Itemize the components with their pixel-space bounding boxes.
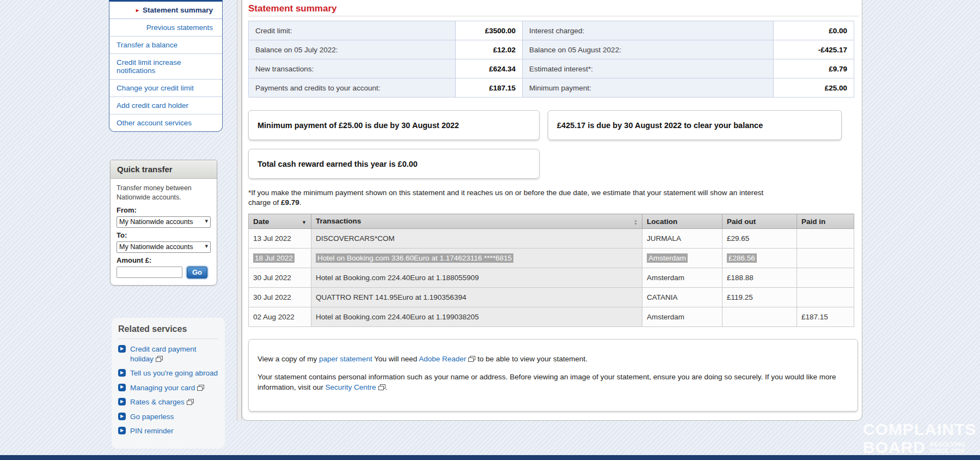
account-nav: ►Statement summary Previous statements T… (109, 0, 223, 132)
column-header-paid-in[interactable]: Paid in (797, 214, 854, 229)
paper-statement-paragraph: View a copy of my paper statement You wi… (258, 354, 849, 365)
table-row: 30 Jul 2022 Hotel at Booking.com 224.40E… (249, 268, 854, 288)
column-header-label: Paid out (727, 217, 756, 226)
amount-input[interactable] (117, 267, 182, 278)
link-going-abroad[interactable]: Tell us you're going abroad (130, 369, 218, 377)
cell-location: Amsterdam (642, 307, 722, 327)
complaintsboard-watermark: COMPLAINTS BOARD RESOLVINGSINCE 2004 (863, 421, 976, 456)
cell-date: 18 Jul 2022 (249, 249, 311, 268)
cell-transaction: Hotel at Booking.com 224.40Euro at 1.188… (311, 268, 642, 288)
sort-toggle-icon: ▲▼ (634, 219, 638, 226)
paper-statement-link[interactable]: paper statement (319, 355, 372, 363)
divider (248, 16, 859, 16)
link-pin-reminder[interactable]: PIN reminder (130, 427, 174, 435)
quick-transfer-description: Transfer money between Nationwide accoun… (117, 184, 211, 202)
nav-item-statement-summary[interactable]: ►Statement summary (109, 2, 222, 19)
column-header-date[interactable]: ▼Date (249, 214, 311, 229)
cell-paid-in (797, 249, 854, 268)
bullet-arrow-icon: ▶ (118, 384, 126, 391)
watermark-line2: BOARD (863, 439, 926, 456)
link-credit-card-payment-holiday[interactable]: Credit card payment holiday (130, 345, 197, 363)
quick-transfer-panel: Quick transfer Transfer money between Na… (110, 160, 217, 286)
footnote-text: *If you make the minimum payment shown o… (248, 189, 763, 207)
amount-label: Amount £: (117, 256, 211, 264)
summary-value: £187.15 (456, 78, 523, 98)
cell-paid-in (797, 268, 854, 288)
summary-label: Interest charged: (523, 21, 774, 40)
list-item: ▶ PIN reminder (118, 426, 218, 436)
column-header-paid-out[interactable]: Paid out (722, 214, 797, 229)
from-account-select[interactable]: My Nationwide accounts (117, 216, 211, 228)
list-item: ▶ Managing your card (118, 383, 218, 393)
related-services-panel: Related services ▶ Credit card payment h… (112, 318, 225, 449)
nav-item-add-card-holder[interactable]: Add credit card holder (109, 97, 222, 114)
info-text: View a copy of my (258, 355, 317, 363)
adobe-reader-link[interactable]: Adobe Reader (419, 355, 466, 363)
cell-transaction: Hotel on Booking.com 336.60Euro at 1.174… (311, 249, 642, 268)
external-link-icon (156, 356, 163, 362)
link-managing-your-card[interactable]: Managing your card (130, 384, 195, 392)
nav-item-label: Other account services (117, 119, 192, 127)
bullet-arrow-icon: ▶ (118, 398, 126, 405)
table-row: New transactions: £624.34 Estimated inte… (249, 59, 854, 78)
summary-label: Balance on 05 August 2022: (523, 40, 774, 59)
cell-paid-in (797, 288, 854, 307)
go-button[interactable]: Go (187, 267, 207, 279)
cell-location: CATANIA (642, 288, 722, 307)
summary-value: £25.00 (774, 78, 854, 98)
bullet-arrow-icon: ▶ (118, 427, 126, 434)
link-rates-and-charges[interactable]: Rates & charges (130, 398, 185, 406)
column-header-label: Transactions (316, 217, 361, 225)
summary-value: £3500.00 (456, 21, 523, 40)
cell-date: 30 Jul 2022 (249, 268, 311, 288)
summary-value: £9.79 (774, 59, 854, 78)
column-header-label: Location (647, 217, 677, 226)
bullet-arrow-icon: ▶ (118, 369, 126, 377)
summary-label: Minimum payment: (523, 78, 774, 98)
minimum-payment-notice: Minimum payment of £25.00 is due by 30 A… (248, 110, 540, 140)
watermark-tagline: SINCE 2004 (930, 447, 964, 454)
sort-descending-icon: ▼ (302, 220, 307, 225)
summary-value: £624.34 (456, 59, 523, 78)
page-bottom-bar (0, 455, 980, 460)
nav-item-label: Add credit card holder (117, 101, 188, 110)
security-centre-link[interactable]: Security Centre (326, 383, 376, 391)
to-account-select[interactable]: My Nationwide accounts (117, 241, 211, 253)
cell-date: 13 Jul 2022 (249, 229, 311, 249)
cell-location: Amsterdam (642, 249, 722, 268)
table-row: Balance on 05 July 2022: £12.02 Balance … (249, 40, 854, 59)
nav-item-transfer-a-balance[interactable]: Transfer a balance (109, 37, 222, 54)
list-item: ▶ Rates & charges (118, 397, 218, 407)
info-text: to be able to view your statement. (477, 355, 587, 363)
table-row: Credit limit: £3500.00 Interest charged:… (249, 21, 854, 40)
cell-paid-out (722, 307, 797, 327)
nav-item-change-credit-limit[interactable]: Change your credit limit (109, 80, 222, 97)
bullet-arrow-icon: ▶ (118, 345, 126, 353)
external-link-icon (187, 399, 194, 405)
from-label: From: (117, 206, 211, 214)
summary-label: Estimated interest*: (523, 59, 774, 78)
column-header-location[interactable]: Location (642, 214, 722, 229)
cash-reward-notice: Total cash reward earned this year is £0… (248, 149, 540, 179)
to-label: To: (117, 231, 211, 239)
external-link-icon (378, 384, 385, 390)
page-title: Statement summary (248, 3, 337, 14)
link-go-paperless[interactable]: Go paperless (130, 413, 174, 421)
nav-item-previous-statements[interactable]: Previous statements (109, 19, 222, 37)
external-link-icon (197, 385, 204, 391)
table-row: 30 Jul 2022 QUATTRO RENT 141.95Euro at 1… (249, 288, 854, 307)
summary-value: £0.00 (774, 21, 854, 40)
interest-footnote: *If you make the minimum payment shown o… (248, 188, 787, 208)
info-text: You will need (374, 355, 417, 363)
table-row: 13 Jul 2022 DISCOVERCARS*COM JURMALA £29… (249, 229, 854, 249)
cell-paid-in: £187.15 (797, 307, 854, 327)
nav-item-label: Statement summary (143, 6, 213, 14)
statement-summary-table: Credit limit: £3500.00 Interest charged:… (248, 21, 854, 98)
cell-location: JURMALA (642, 229, 722, 249)
nav-item-label: Previous statements (146, 23, 213, 32)
summary-label: Balance on 05 July 2022: (249, 40, 456, 59)
nav-item-other-account-services[interactable]: Other account services (109, 114, 222, 131)
cell-date: 30 Jul 2022 (249, 288, 311, 307)
nav-item-credit-limit-increase[interactable]: Credit limit increase notifications (109, 54, 222, 80)
column-header-transactions[interactable]: ▲▼Transactions (311, 214, 642, 229)
